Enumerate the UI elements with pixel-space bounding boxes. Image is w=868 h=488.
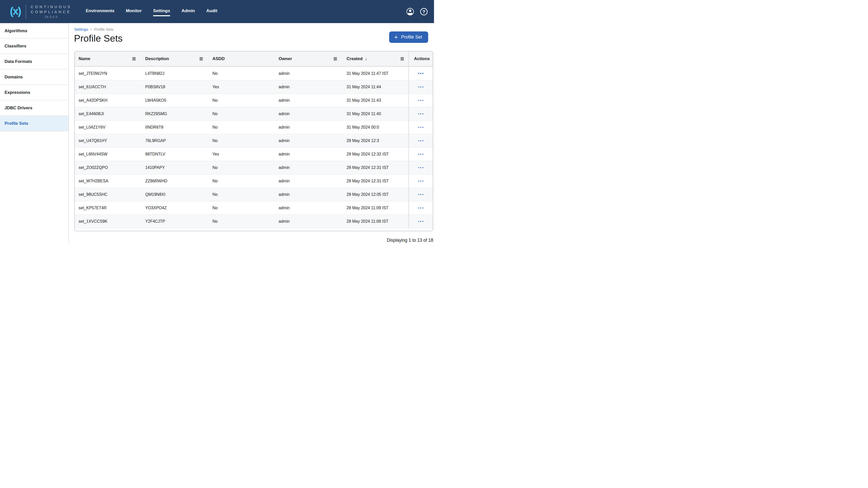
row-actions-button[interactable] <box>417 139 425 143</box>
row-actions-button[interactable] <box>417 220 425 224</box>
page-title: Profile Sets <box>74 33 123 44</box>
nav-item-settings[interactable]: Settings <box>153 7 170 16</box>
cell-actions <box>408 134 433 147</box>
row-actions-button[interactable] <box>417 179 425 183</box>
cell-name: set_KP57ET4R <box>75 201 140 214</box>
nav-item-audit[interactable]: Audit <box>206 7 217 16</box>
cell-description: QM19N8XI <box>140 188 207 201</box>
ellipsis-icon <box>422 167 424 168</box>
help-button[interactable]: ? <box>420 8 428 16</box>
cell-actions <box>408 174 433 188</box>
sidebar-item-classifiers[interactable]: Classifiers <box>0 38 68 54</box>
table-row: set_JTE0WJYN L4TBN82J No admin 31 May 20… <box>75 67 433 80</box>
row-actions-button[interactable] <box>417 85 425 89</box>
sidebar-item-profile-sets[interactable]: Profile Sets <box>0 116 68 132</box>
row-actions-button[interactable] <box>417 71 425 76</box>
column-menu-button[interactable] <box>401 57 405 61</box>
nav-item-admin[interactable]: Admin <box>182 7 195 16</box>
ellipsis-icon <box>420 154 422 155</box>
table-row: set_61IACCTH P0BS8V18 Yes admin 31 May 2… <box>75 80 433 94</box>
row-actions-button[interactable] <box>417 98 425 103</box>
cell-owner: admin <box>274 80 341 94</box>
profile-sets-table: Name Description ASDD <box>74 51 433 231</box>
table-row: set_A42DPSKH LW4A5KO5 No admin 31 May 20… <box>75 94 433 107</box>
cell-actions <box>408 107 433 120</box>
ellipsis-icon <box>420 180 422 182</box>
cell-actions <box>408 188 433 201</box>
cell-name: set_JTE0WJYN <box>75 67 140 80</box>
ellipsis-icon <box>418 100 420 101</box>
ellipsis-icon <box>418 221 420 222</box>
ellipsis-icon <box>422 73 424 74</box>
logo-divider <box>26 5 26 19</box>
sidebar-item-algorithms[interactable]: Algorithms <box>0 23 68 38</box>
cell-owner: admin <box>274 174 341 188</box>
table-footer: Displaying 1 to 13 of 18 <box>74 238 433 243</box>
cell-asdd: No <box>207 161 274 174</box>
app-logo[interactable]: (x) CONTINUOUS COMPLIANCE 24.0.0.0 <box>10 4 71 19</box>
ellipsis-icon <box>418 154 420 155</box>
ellipsis-icon <box>418 113 420 115</box>
sidebar-item-domains[interactable]: Domains <box>0 69 68 85</box>
ellipsis-icon <box>420 100 422 101</box>
cell-actions <box>408 215 433 228</box>
nav-item-monitor[interactable]: Monitor <box>126 7 142 16</box>
column-menu-button[interactable] <box>199 57 204 61</box>
breadcrumb-current: Profile Sets <box>94 27 114 31</box>
partial-row <box>75 228 433 231</box>
cell-owner: admin <box>274 161 341 174</box>
table-row: set_E4460BJI RKZ29SMG No admin 31 May 20… <box>75 107 433 120</box>
main-nav: EnvironmentsMonitorSettingsAdminAudit <box>86 7 217 16</box>
add-profile-set-button[interactable]: + Profile Set <box>389 31 428 43</box>
ellipsis-icon <box>418 73 420 74</box>
cell-created: 31 May 2024 11:43 <box>341 94 408 107</box>
cell-name: set_A42DPSKH <box>75 94 140 107</box>
cell-created: 28 May 2024 12:31 IST <box>341 174 408 188</box>
brand-line2: COMPLIANCE <box>31 9 71 15</box>
row-actions-button[interactable] <box>417 206 425 210</box>
row-actions-button[interactable] <box>417 152 425 156</box>
column-menu-button[interactable] <box>334 57 338 61</box>
table-body: set_JTE0WJYN L4TBN82J No admin 31 May 20… <box>75 67 433 228</box>
cell-created: 31 May 2024 11:47 IST <box>341 67 408 80</box>
ellipsis-icon <box>418 86 420 88</box>
cell-asdd: No <box>207 107 274 120</box>
ellipsis-icon <box>422 207 424 209</box>
cell-name: set_98UC5SHC <box>75 188 140 201</box>
cell-name: set_1XVCCS9K <box>75 215 140 228</box>
sidebar-item-expressions[interactable]: Expressions <box>0 85 68 101</box>
sidebar-item-data-formats[interactable]: Data Formats <box>0 54 68 69</box>
cell-actions <box>408 201 433 214</box>
column-menu-button[interactable] <box>132 57 137 61</box>
table-header-row: Name Description ASDD <box>75 52 433 67</box>
row-actions-button[interactable] <box>417 166 425 170</box>
cell-actions <box>408 121 433 134</box>
cell-owner: admin <box>274 201 341 214</box>
column-label: Owner <box>279 56 292 61</box>
ellipsis-icon <box>422 100 424 101</box>
cell-owner: admin <box>274 148 341 161</box>
column-menu-icon <box>401 57 404 61</box>
cell-description: 76L9RGAP <box>140 134 207 147</box>
cell-created: 28 May 2024 12:31 IST <box>341 161 408 174</box>
breadcrumb-settings-link[interactable]: Settings <box>74 27 88 31</box>
row-actions-button[interactable] <box>417 112 425 116</box>
table-row: set_L04Z1Y6V IINDR6T8 No admin 31 May 20… <box>75 120 433 134</box>
cell-description: YO3XPO4Z <box>140 201 207 214</box>
cell-owner: admin <box>274 188 341 201</box>
ellipsis-icon <box>418 127 420 128</box>
ellipsis-icon <box>420 207 422 209</box>
sort-desc-icon[interactable]: ↓ <box>365 57 367 61</box>
user-icon <box>406 8 414 16</box>
nav-item-environments[interactable]: Environments <box>86 7 114 16</box>
user-menu-button[interactable] <box>406 8 414 16</box>
cell-actions <box>408 161 433 174</box>
column-label: Description <box>145 56 169 61</box>
cell-name: set_L6NV44SW <box>75 148 140 161</box>
row-actions-button[interactable] <box>417 125 425 130</box>
column-label: ASDD <box>212 56 225 61</box>
sidebar-item-jdbc-drivers[interactable]: JDBC Drivers <box>0 101 68 116</box>
row-actions-button[interactable] <box>417 193 425 197</box>
cell-asdd: No <box>207 201 274 214</box>
cell-asdd: No <box>207 121 274 134</box>
